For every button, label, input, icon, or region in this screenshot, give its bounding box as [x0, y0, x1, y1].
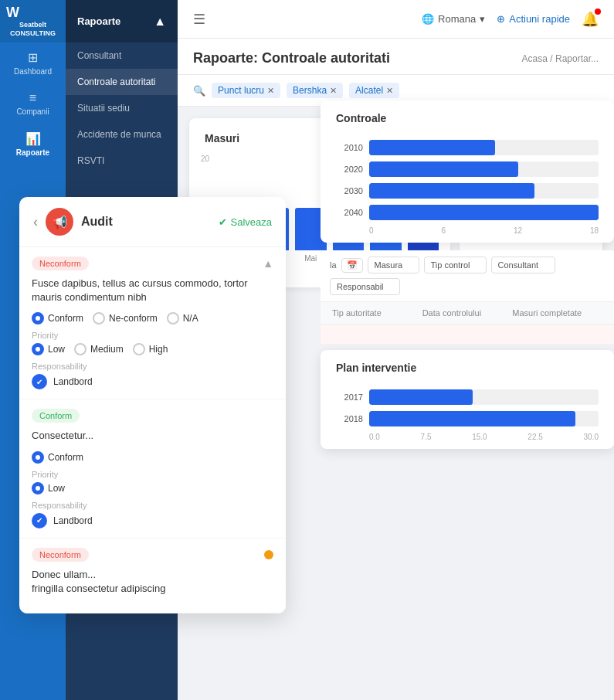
- plus-circle-icon: ⊕: [497, 13, 505, 25]
- plan-header: Plan interventie: [321, 350, 614, 382]
- warning-dot: [264, 550, 273, 559]
- hbar-fill-2040: [369, 205, 599, 220]
- table-row-empty: [321, 325, 614, 344]
- priority-label-2: Priority: [32, 470, 273, 479]
- resp-text-2: Landbord: [53, 515, 93, 526]
- topbar: ☰ 🌐 Romana ▾ ⊕ Actiuni rapide 🔔: [178, 0, 614, 39]
- menu-icon[interactable]: ☰: [193, 11, 205, 28]
- actions-button[interactable]: ⊕ Actiuni rapide: [497, 13, 570, 25]
- hbar-fill-2010: [369, 140, 495, 155]
- plan-hbar-track-2017: [369, 389, 599, 405]
- filter-tag-bershka: Bershka ✕: [287, 83, 343, 98]
- audit-badge-2: Conform: [32, 409, 80, 423]
- audit-back-button[interactable]: ‹: [33, 214, 38, 230]
- audit-item-3-text: Donec ullam...fringilla consectetur adip…: [32, 568, 273, 596]
- priority-medium-1[interactable]: Medium: [74, 343, 124, 355]
- hbar-2030: 2030: [336, 183, 599, 199]
- audit-header: ‹ 📢 Audit ✔ Salveaza: [19, 197, 286, 247]
- option-conform-2[interactable]: Conform: [32, 451, 83, 464]
- sidebar-nav-rsvti[interactable]: RSVTI: [66, 148, 178, 174]
- sidebar-item-companii[interactable]: ≡ Companii: [0, 83, 66, 124]
- page-header: Rapoarte: Controale autoritati Acasa / R…: [178, 39, 614, 75]
- sidebar-nav-situatii[interactable]: Situatii sediu: [66, 95, 178, 121]
- priority-high-1[interactable]: High: [133, 343, 168, 355]
- priority-low-2[interactable]: Low: [32, 482, 65, 494]
- audit-item-1: Neconform ▲ Fusce dapibus, tellus ac cur…: [19, 247, 286, 399]
- check-icon: ✔: [219, 216, 227, 228]
- radio-na-1: [167, 312, 179, 325]
- tip-control-select[interactable]: Tip control: [424, 257, 487, 274]
- hbar-x-labels: 0 6 12 18: [336, 226, 599, 235]
- date-filter-icon[interactable]: 📅: [341, 258, 363, 273]
- sidebar-nav-consultant[interactable]: Consultant: [66, 42, 178, 69]
- sidebar-nav-accidente[interactable]: Accidente de munca: [66, 121, 178, 148]
- audit-item-2: Conform Consectetur... Conform Priority …: [19, 399, 286, 538]
- option-conform-1[interactable]: Conform: [32, 312, 83, 325]
- sidebar-nav-controale[interactable]: Controale autoritati: [66, 69, 178, 95]
- plan-hbar-2018: 2018: [336, 411, 599, 426]
- radio-neconform-1: [93, 312, 105, 325]
- plan-hbar-2017: 2017: [336, 389, 599, 405]
- audit-badge-1: Neconform: [32, 257, 89, 270]
- responsability-label-1: Responsability: [32, 362, 273, 371]
- radio-conform-2: [32, 451, 44, 464]
- responsability-row-1: ✔ Landbord: [32, 374, 273, 389]
- sidebar-logo: W Seatbelt CONSULTING: [0, 0, 66, 42]
- remove-filter-alcatel[interactable]: ✕: [386, 86, 393, 96]
- masura-select[interactable]: Masura: [368, 257, 419, 274]
- notifications-bell[interactable]: 🔔: [582, 11, 599, 28]
- hbar-2020: 2020: [336, 161, 599, 177]
- audit-item-3: Neconform Donec ullam...fringilla consec…: [19, 539, 286, 613]
- hbar-track-2040: [369, 205, 599, 220]
- plan-hbar-chart: 2017 2018 0.0 7.5 15.0 22.5 30.0: [321, 382, 614, 449]
- consultant-select[interactable]: Consultant: [491, 257, 555, 274]
- breadcrumb: Acasa / Raportar...: [522, 53, 599, 64]
- controale-panel: Controale 2010 2020 2030: [321, 100, 614, 243]
- resp-text-1: Landbord: [53, 376, 93, 387]
- chevron-down-icon: ▾: [480, 13, 485, 25]
- topbar-left: ☰: [193, 11, 205, 28]
- hbar-2010: 2010: [336, 140, 599, 155]
- radio-conform-1: [32, 312, 44, 325]
- right-panels-area: Controale 2010 2020 2030: [321, 100, 614, 449]
- radio-high-1: [133, 343, 145, 355]
- hbar-fill-2020: [369, 161, 518, 177]
- audit-options-1: Conform Ne-conform N/A: [32, 312, 273, 325]
- option-neconform-1[interactable]: Ne-conform: [93, 312, 158, 325]
- radio-low-2: [32, 482, 44, 494]
- responsability-label-2: Responsability: [32, 501, 273, 510]
- remove-filter-punct-lucru[interactable]: ✕: [267, 86, 274, 96]
- language-selector[interactable]: 🌐 Romana ▾: [422, 13, 485, 25]
- sidebar-item-dashboard[interactable]: ⊞ Dashboard: [0, 42, 66, 83]
- sidebar-item-rapoarte[interactable]: 📊 Rapoarte: [0, 124, 66, 165]
- audit-item-2-text: Consectetur...: [32, 429, 273, 443]
- companii-icon: ≡: [29, 91, 36, 105]
- responsabil-select[interactable]: Responsabil: [330, 278, 400, 295]
- option-na-1[interactable]: N/A: [167, 312, 198, 325]
- controale-hbar-chart: 2010 2020 2030: [321, 132, 614, 243]
- plan-hbar-fill-2018: [369, 411, 575, 426]
- audit-item-1-text: Fusce dapibus, tellus ac cursus commodo,…: [32, 277, 273, 304]
- remove-filter-bershka[interactable]: ✕: [330, 86, 337, 96]
- search-icon: 🔍: [193, 85, 205, 97]
- plan-hbar-track-2018: [369, 411, 599, 426]
- collapse-icon-1[interactable]: ▲: [263, 257, 273, 270]
- audit-save-button[interactable]: ✔ Salveaza: [219, 216, 272, 228]
- audit-item-2-header: Conform: [32, 409, 273, 423]
- filter-tag-punct-lucru: Punct lucru ✕: [212, 83, 280, 98]
- megaphone-icon: 📢: [52, 215, 67, 229]
- priority-options-1: Low Medium High: [32, 343, 273, 355]
- topbar-right: 🌐 Romana ▾ ⊕ Actiuni rapide 🔔: [422, 11, 599, 28]
- priority-low-1[interactable]: Low: [32, 343, 65, 355]
- radio-low-1: [32, 343, 44, 355]
- hbar-2040: 2040: [336, 205, 599, 220]
- audit-badge-3: Neconform: [32, 548, 89, 562]
- filter-tag-alcatel: Alcatel ✕: [349, 83, 399, 98]
- page-title: Rapoarte: Controale autoritati: [193, 50, 390, 66]
- audit-item-3-header: Neconform: [32, 548, 273, 562]
- hbar-track-2030: [369, 183, 599, 199]
- table-container: Tip autoritate Data controlului Masuri c…: [321, 302, 614, 344]
- radio-medium-1: [74, 343, 87, 355]
- audit-overlay: ‹ 📢 Audit ✔ Salveaza Neconform ▲ Fusce d…: [19, 197, 286, 613]
- responsability-row-2: ✔ Landbord: [32, 513, 273, 528]
